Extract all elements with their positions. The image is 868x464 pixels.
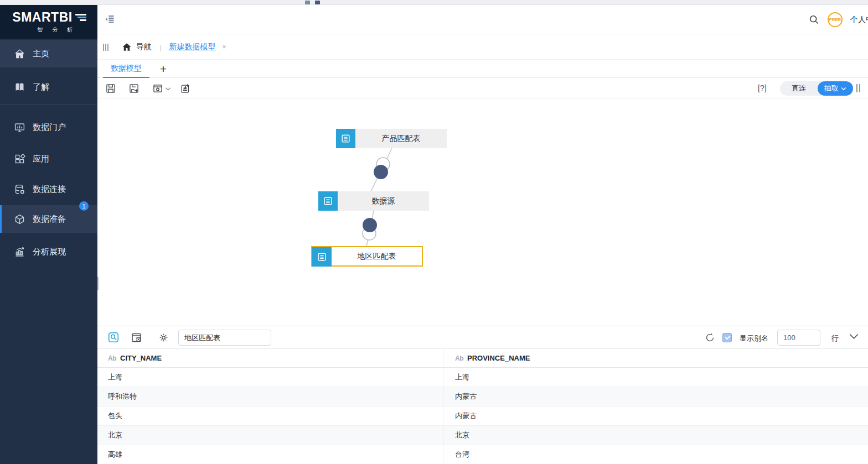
database-gear-icon (13, 183, 25, 195)
column-divider (443, 387, 443, 406)
cell-city: 包头 (108, 411, 122, 421)
tab-data-model[interactable]: 数据模型 (103, 60, 149, 78)
cell-province: 内蒙古 (455, 392, 477, 402)
account-menu[interactable]: 个人中心 (850, 15, 868, 25)
save-icon[interactable] (105, 83, 116, 94)
table-node-label: 产品匹配表 (355, 129, 447, 148)
sidebar-item-label: 主页 (33, 49, 49, 59)
string-type-icon: Ab (108, 354, 116, 362)
sidebar-item-home[interactable]: 主页 (0, 40, 97, 67)
logo-bars-icon (75, 14, 86, 21)
book-icon (13, 81, 25, 93)
sidebar-item-label: 了解 (33, 82, 49, 92)
cell-city: 呼和浩特 (108, 392, 137, 402)
sidebar-item-data-connection[interactable]: 数据连接 (0, 175, 97, 203)
menu-fold-icon[interactable] (104, 14, 115, 25)
show-alias-checkbox[interactable] (722, 333, 732, 342)
breadcrumb-nav[interactable]: 导航 (136, 42, 152, 52)
free-plan-badge[interactable]: FREE (828, 12, 843, 27)
sidebar-item-learn[interactable]: 了解 (0, 73, 97, 101)
table-node-product-match[interactable]: 产品匹配表 (336, 129, 447, 148)
sidebar-item-label: 数据连接 (33, 184, 66, 195)
join-node-circle[interactable] (363, 218, 377, 232)
cell-province: 内蒙古 (455, 411, 477, 421)
table-icon (318, 191, 338, 211)
gear-icon[interactable] (157, 331, 169, 343)
sidebar-item-apps[interactable]: 应用 (0, 145, 97, 173)
model-settings-icon[interactable] (152, 83, 163, 94)
table-node-label: 地区匹配表 (332, 247, 422, 265)
cell-city: 北京 (108, 430, 122, 440)
main-area: FREE 个人中心 导航 | 新建数据模型 × 数据模型 + (97, 5, 868, 464)
cell-province: 上海 (455, 372, 469, 382)
brand-logo[interactable]: SMARTBI 智 分 析 (0, 5, 97, 39)
doc-toolbar: [?] 直连 抽取 (97, 79, 868, 98)
sidebar-item-label: 数据门户 (33, 122, 66, 133)
table-node-datasource[interactable]: 数据源 (318, 191, 429, 211)
column-header[interactable]: PROVINCE_NAME (467, 354, 530, 362)
sidebar-item-label: 分析展现 (33, 247, 66, 257)
chevron-down-icon[interactable] (165, 87, 171, 91)
brand-subtitle: 智 分 析 (8, 26, 91, 34)
refresh-icon[interactable] (705, 332, 715, 343)
sidebar-divider (0, 104, 97, 105)
table-row[interactable]: 上海 上海 (97, 368, 868, 387)
mode-direct-option[interactable]: 直连 (780, 84, 818, 93)
column-divider (443, 368, 443, 387)
sidebar-item-analysis[interactable]: 分析展现 (0, 238, 97, 265)
monitor-icon (13, 121, 25, 133)
save-as-icon[interactable] (128, 83, 140, 94)
join-node-circle[interactable] (374, 165, 388, 179)
sidebar-item-label: 数据准备 (33, 214, 66, 225)
header-right-cluster: FREE 个人中心 (808, 5, 868, 34)
create-report-icon[interactable] (180, 83, 191, 94)
sidebar-item-label: 应用 (33, 154, 49, 164)
browser-icon-fragment (315, 1, 320, 4)
table-icon (336, 129, 355, 148)
show-alias-label: 显示别名 (740, 333, 768, 343)
table-node-region-match[interactable]: 地区匹配表 (311, 246, 423, 267)
close-icon[interactable]: × (222, 43, 226, 51)
connection-mode-toggle[interactable]: 直连 抽取 (780, 81, 853, 96)
breadcrumb-separator: | (159, 43, 161, 51)
model-canvas[interactable]: 产品匹配表 数据源 地区匹配表 (97, 99, 868, 326)
preview-data-icon[interactable] (107, 331, 120, 343)
browser-edge-strip (0, 0, 868, 5)
sidebar-item-data-portal[interactable]: 数据门户 (0, 113, 97, 141)
notification-badge: 1 (79, 201, 89, 211)
column-divider (443, 426, 443, 445)
browser-icon-fragment (305, 1, 310, 4)
table-row[interactable]: 高雄 台湾 (97, 445, 868, 464)
table-row[interactable]: 包头 内蒙古 (97, 406, 868, 426)
breadcrumb-doc-title[interactable]: 新建数据模型 (169, 42, 215, 52)
add-tab-button[interactable]: + (155, 60, 172, 78)
string-type-icon: Ab (455, 354, 463, 362)
row-unit-label: 行 (831, 333, 839, 343)
row-limit-input[interactable] (777, 330, 820, 346)
mode-extract-option[interactable]: 抽取 (818, 81, 853, 96)
column-header[interactable]: CITY_NAME (120, 354, 162, 362)
search-icon[interactable] (808, 14, 820, 25)
table-name-input[interactable] (178, 330, 271, 346)
table-header-row: Ab CITY_NAME Ab PROVINCE_NAME (97, 349, 868, 368)
drag-handle-icon[interactable] (103, 44, 108, 51)
field-settings-icon[interactable] (130, 331, 142, 343)
data-preview-panel: 显示别名 行 Ab CITY_NAME Ab PROVINCE_NAME (97, 326, 868, 464)
chevron-down-icon (841, 87, 846, 91)
help-link[interactable]: [?] (758, 84, 767, 92)
sidebar-resize-handle[interactable] (97, 277, 99, 290)
bar-chart-icon (13, 246, 25, 258)
home-icon[interactable] (122, 42, 132, 52)
cell-city: 高雄 (108, 450, 122, 460)
table-icon (312, 247, 332, 267)
panel-toggle-icon[interactable] (856, 84, 860, 92)
column-divider (443, 445, 443, 464)
table-row[interactable]: 北京 北京 (97, 426, 868, 445)
mode-extract-label: 抽取 (824, 84, 839, 93)
column-divider[interactable] (443, 349, 443, 367)
table-node-label: 数据源 (338, 191, 429, 211)
table-row[interactable]: 呼和浩特 内蒙古 (97, 387, 868, 406)
brand-name: SMARTBI (12, 10, 72, 25)
app-header: FREE 个人中心 (97, 5, 868, 34)
collapse-panel-icon[interactable] (849, 333, 859, 340)
